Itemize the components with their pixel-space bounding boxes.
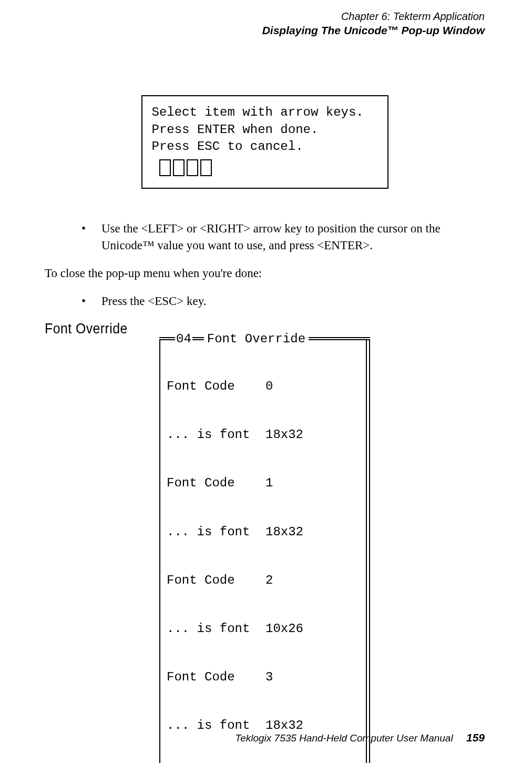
list-item: • Use the <LEFT> or <RIGHT> arrow key to… (81, 220, 485, 253)
row-value: 18x32 (265, 427, 303, 443)
row-label: Font Code (167, 573, 265, 589)
section-label: Displaying The Unicode™ Pop-up Window (45, 23, 485, 37)
table-row: Font Code3 (167, 669, 361, 686)
font-override-panel: 04 Font Override Font Code0 ... is font1… (159, 339, 370, 763)
glyph-box-icon (187, 159, 198, 176)
panel-inner: Font Code0 ... is font18x32 Font Code1 .… (160, 339, 367, 763)
table-row: ... is font18x32 (167, 427, 361, 443)
table-row: Font Code1 (167, 475, 361, 492)
bullet-text: Press the <ESC> key. (101, 293, 485, 309)
title-border-segment (309, 337, 370, 340)
row-label: Font Code (167, 475, 265, 492)
font-override-title-row: 04 Font Override (159, 332, 370, 346)
row-value: 10x26 (265, 621, 303, 637)
bullet-icon: • (81, 293, 101, 309)
glyph-box-icon (173, 159, 185, 176)
bullet-list: • Press the <ESC> key. (81, 293, 485, 309)
bullet-text: Use the <LEFT> or <RIGHT> arrow key to p… (101, 220, 485, 253)
row-label: Font Code (167, 669, 265, 686)
page-footer: Teklogix 7535 Hand-Held Computer User Ma… (235, 731, 485, 744)
row-value: 1 (265, 475, 273, 492)
glyph-box-icon (159, 159, 171, 176)
row-value: 2 (265, 573, 273, 589)
row-label: ... is font (167, 427, 265, 443)
chapter-label: Chapter 6: Tekterm Application (45, 9, 485, 23)
panel-number: 04 (175, 332, 192, 346)
panel-title: Font Override (204, 332, 309, 346)
title-border-segment (192, 337, 204, 340)
paragraph: To close the pop-up menu when you're don… (45, 265, 485, 281)
title-border-segment (159, 337, 175, 340)
popup-line: Select item with arrow keys. (152, 104, 378, 121)
row-value: 0 (265, 379, 273, 395)
popup-glyph-row (159, 159, 378, 176)
row-label: ... is font (167, 621, 265, 637)
table-row: Font Code2 (167, 573, 361, 589)
popup-line: Press ENTER when done. (152, 121, 378, 138)
list-item: • Press the <ESC> key. (81, 293, 485, 309)
manual-title: Teklogix 7535 Hand-Held Computer User Ma… (235, 733, 453, 744)
row-value: 18x32 (265, 524, 303, 541)
row-label: ... is font (167, 524, 265, 541)
table-row: Font Code0 (167, 379, 361, 395)
table-row: ... is font10x26 (167, 621, 361, 637)
bullet-icon: • (81, 220, 101, 253)
popup-line: Press ESC to cancel. (152, 138, 378, 155)
bullet-list: • Use the <LEFT> or <RIGHT> arrow key to… (81, 220, 485, 253)
panel-outer-border: Font Code0 ... is font18x32 Font Code1 .… (159, 339, 370, 763)
glyph-box-icon (200, 159, 212, 176)
page-number: 159 (466, 731, 485, 744)
row-value: 3 (265, 669, 273, 686)
table-row: ... is font18x32 (167, 524, 361, 541)
page-header: Chapter 6: Tekterm Application Displayin… (45, 9, 485, 37)
row-label: Font Code (167, 379, 265, 395)
unicode-popup-box: Select item with arrow keys. Press ENTER… (141, 95, 388, 189)
